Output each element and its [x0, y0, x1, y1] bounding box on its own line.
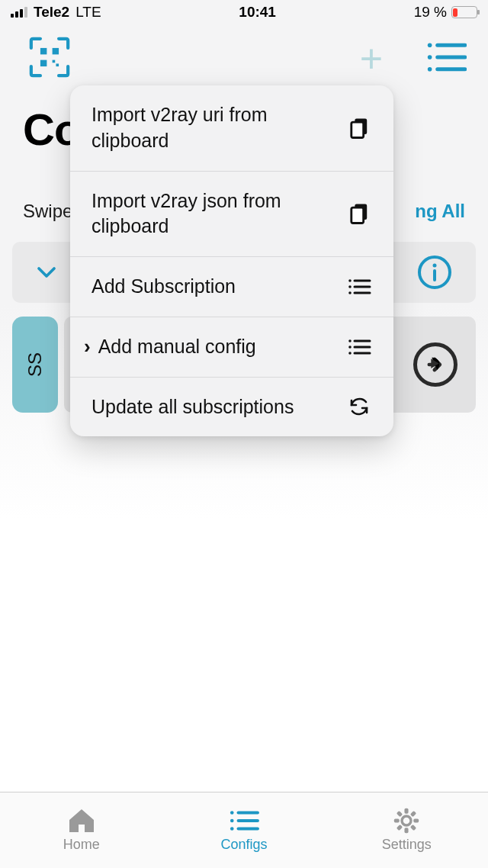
battery-percent: 19 % [414, 4, 447, 21]
menu-add-subscription[interactable]: Add Subscription [70, 257, 393, 317]
svg-point-47 [403, 818, 410, 825]
tab-label: Home [63, 837, 100, 853]
gear-icon [390, 808, 422, 834]
svg-rect-43 [410, 811, 416, 817]
tab-configs[interactable]: Configs [162, 792, 325, 868]
menu-add-manual[interactable]: › Add manual config [70, 317, 393, 378]
network-label: LTE [75, 4, 101, 21]
home-icon [66, 808, 98, 834]
svg-point-37 [230, 827, 234, 831]
svg-rect-31 [79, 825, 83, 832]
svg-point-24 [348, 291, 352, 294]
status-right: 19 % [414, 4, 477, 21]
chevron-down-icon [35, 261, 58, 284]
menu-item-label: Import v2ray uri from clipboard [92, 102, 320, 154]
status-bar: Tele2 LTE 10:41 19 % [0, 0, 488, 21]
menu-item-label: Update all subscriptions [92, 394, 294, 420]
svg-rect-44 [396, 825, 403, 831]
menu-update-subscriptions[interactable]: Update all subscriptions [70, 378, 393, 437]
chevron-right-icon: › [84, 335, 91, 358]
tab-home[interactable]: Home [0, 792, 162, 868]
qr-scan-button[interactable] [27, 35, 72, 82]
svg-rect-0 [40, 48, 47, 54]
svg-rect-45 [396, 811, 403, 817]
battery-icon [451, 6, 477, 18]
protocol-badge[interactable]: SS [12, 317, 58, 413]
add-menu-popover: Import v2ray uri from clipboard Import v… [70, 85, 393, 436]
carrier-label: Tele2 [34, 4, 69, 21]
menu-item-label: Add Subscription [92, 274, 236, 300]
menu-import-uri[interactable]: Import v2ray uri from clipboard [70, 85, 393, 172]
svg-point-23 [348, 285, 352, 288]
svg-rect-41 [394, 818, 400, 822]
clipboard-icon [345, 115, 374, 141]
add-button[interactable]: + [360, 39, 383, 79]
tab-label: Settings [382, 837, 432, 853]
svg-rect-16 [352, 122, 364, 137]
svg-point-35 [230, 811, 234, 815]
svg-rect-1 [53, 48, 59, 54]
menu-import-json[interactable]: Import v2ray json from clipboard [70, 172, 393, 258]
svg-rect-3 [53, 60, 56, 63]
menu-item-label: Import v2ray json from clipboard [92, 188, 320, 240]
svg-point-30 [348, 352, 352, 355]
swipe-hint: Swipe [23, 201, 72, 222]
menu-list-button[interactable] [425, 41, 467, 76]
status-left: Tele2 LTE [11, 4, 101, 21]
list-icon [345, 337, 374, 357]
clipboard-icon [345, 201, 374, 227]
svg-point-29 [348, 346, 352, 349]
info-icon[interactable] [416, 254, 453, 291]
tab-settings[interactable]: Settings [326, 792, 488, 868]
menu-item-label: Add manual config [98, 334, 256, 360]
list-icon [345, 277, 374, 297]
svg-point-22 [348, 279, 352, 282]
svg-point-28 [348, 339, 352, 342]
svg-point-36 [230, 819, 234, 823]
tab-label: Configs [220, 837, 267, 853]
ping-all-link[interactable]: ng All [415, 201, 465, 222]
svg-rect-4 [56, 63, 59, 66]
svg-point-10 [428, 67, 432, 72]
signal-icon [11, 7, 27, 18]
svg-point-8 [428, 43, 432, 47]
status-time: 10:41 [239, 4, 276, 21]
share-button[interactable] [413, 342, 458, 387]
toolbar: + [0, 21, 488, 90]
svg-point-9 [428, 55, 432, 59]
svg-rect-42 [414, 818, 419, 822]
svg-rect-39 [405, 809, 409, 814]
svg-rect-46 [410, 825, 416, 831]
protocol-label: SS [24, 352, 46, 377]
refresh-icon [345, 395, 374, 418]
tab-bar: Home Configs Settings [0, 792, 488, 868]
svg-rect-18 [352, 207, 364, 223]
svg-point-12 [433, 264, 437, 268]
svg-rect-40 [405, 828, 409, 833]
list-icon [228, 808, 260, 834]
svg-rect-2 [40, 60, 47, 66]
